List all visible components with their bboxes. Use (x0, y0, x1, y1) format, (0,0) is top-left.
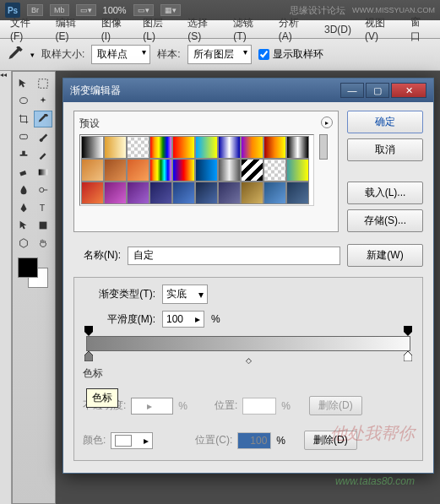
preset-swatch[interactable] (218, 136, 241, 159)
menu-window[interactable]: 窗口 (404, 14, 437, 46)
preset-swatch[interactable] (263, 182, 286, 204)
tool-panel: T (12, 71, 56, 504)
color-swatch-button[interactable]: ▸ (111, 432, 153, 449)
preset-swatch[interactable] (172, 159, 195, 182)
preset-swatch[interactable] (218, 159, 241, 182)
position1-input (242, 398, 276, 415)
3d-tool[interactable] (14, 235, 33, 252)
preset-swatch[interactable] (195, 136, 218, 159)
preset-swatch[interactable] (241, 159, 263, 182)
menu-layer[interactable]: 图层(L) (136, 14, 181, 44)
maximize-button[interactable]: ▢ (366, 83, 389, 98)
color-swatches[interactable] (14, 257, 53, 291)
preset-swatch[interactable] (81, 136, 104, 159)
gradient-editor-dialog: 渐变编辑器 — ▢ ✕ 预设 ▸ 确定 取消 (62, 78, 434, 474)
delete2-button[interactable]: 删除(D) (304, 431, 357, 450)
save-button[interactable]: 存储(S)... (347, 209, 423, 232)
chevron-down-icon[interactable]: ▾ (30, 51, 35, 59)
heal-tool[interactable] (14, 128, 33, 145)
menu-image[interactable]: 图像(I) (95, 14, 137, 44)
wand-tool[interactable] (34, 93, 52, 110)
preset-swatch[interactable] (104, 182, 127, 204)
preset-swatch[interactable] (104, 159, 127, 182)
preset-swatch[interactable] (286, 136, 309, 159)
show-ring-input[interactable] (258, 49, 269, 60)
menu-view[interactable]: 视图(V) (358, 14, 404, 44)
stamp-tool[interactable] (14, 146, 33, 163)
menu-analysis[interactable]: 分析(A) (272, 14, 318, 44)
name-input[interactable] (128, 247, 340, 265)
opacity-stop-left[interactable] (84, 326, 93, 336)
minimize-button[interactable]: — (340, 83, 364, 98)
shape-tool[interactable] (34, 217, 52, 234)
color-stop-left[interactable] (84, 351, 93, 361)
type-label: 渐变类型(T): (83, 287, 155, 301)
menu-filter[interactable]: 滤镜(T) (226, 14, 272, 44)
dodge-tool[interactable] (34, 182, 52, 198)
path-select-tool[interactable] (14, 217, 33, 234)
preset-swatch[interactable] (81, 182, 104, 204)
load-button[interactable]: 载入(L)... (347, 182, 423, 204)
menu-3d[interactable]: 3D(D) (318, 22, 358, 37)
preset-swatch[interactable] (149, 182, 172, 204)
preset-swatch[interactable] (127, 159, 149, 182)
sample-label: 样本: (157, 47, 180, 62)
ok-button[interactable]: 确定 (347, 111, 423, 133)
pen-tool[interactable] (14, 199, 33, 216)
preset-swatch[interactable] (172, 182, 195, 204)
preset-swatch[interactable] (149, 159, 172, 182)
preset-swatch[interactable] (241, 182, 263, 204)
preset-swatch[interactable] (149, 136, 172, 159)
chevron-down-icon: ▾ (198, 289, 204, 301)
gradient-tool[interactable] (34, 164, 52, 181)
preset-swatch[interactable] (81, 159, 104, 182)
type-select[interactable]: 实底 ▾ (162, 285, 208, 304)
preset-swatch[interactable] (172, 136, 195, 159)
new-button[interactable]: 新建(W) (347, 244, 423, 267)
smooth-value: 100 (166, 313, 183, 325)
preset-swatch[interactable] (263, 136, 286, 159)
type-tool[interactable]: T (34, 199, 52, 216)
show-ring-checkbox[interactable]: 显示取样环 (258, 47, 323, 62)
sample-size-select[interactable]: 取样点 (91, 45, 150, 64)
blur-tool[interactable] (14, 182, 33, 198)
gradient-ramp-editor[interactable]: ◇ (83, 336, 414, 351)
eraser-tool[interactable] (14, 164, 33, 181)
menu-select[interactable]: 选择(S) (181, 14, 226, 44)
preset-swatch[interactable] (286, 159, 309, 182)
preset-swatch[interactable] (104, 136, 127, 159)
sample-select[interactable]: 所有图层 (187, 45, 252, 64)
gradient-bar[interactable] (86, 336, 410, 351)
preset-swatch[interactable] (218, 182, 241, 204)
eyedropper-tool[interactable] (34, 111, 52, 127)
hand-tool[interactable] (34, 235, 52, 252)
crop-tool[interactable] (14, 111, 33, 127)
menu-file[interactable]: 文件(F) (3, 14, 49, 44)
move-tool[interactable] (14, 75, 33, 92)
preset-scrollbar[interactable] (319, 134, 328, 160)
preset-swatch[interactable] (241, 136, 263, 159)
preset-swatch[interactable] (195, 159, 218, 182)
preset-swatch[interactable] (127, 136, 149, 159)
close-button[interactable]: ✕ (391, 83, 426, 98)
cancel-button[interactable]: 取消 (347, 138, 423, 161)
midpoint-marker[interactable]: ◇ (246, 356, 252, 365)
lasso-tool[interactable] (14, 93, 33, 110)
brush-tool[interactable] (34, 128, 52, 145)
position1-label: 位置: (215, 398, 237, 413)
history-brush-tool[interactable] (34, 146, 52, 163)
marquee-tool[interactable] (34, 75, 52, 92)
preset-swatch[interactable] (286, 182, 309, 204)
menu-edit[interactable]: 编辑(E) (49, 14, 95, 44)
opacity-stop-right[interactable] (404, 326, 412, 336)
fg-color-swatch[interactable] (18, 257, 38, 278)
preset-swatch[interactable] (195, 182, 218, 204)
preset-swatch[interactable] (263, 159, 286, 182)
smooth-input[interactable]: 100 ▸ (162, 311, 204, 328)
position2-input[interactable] (237, 432, 271, 449)
smooth-label: 平滑度(M): (83, 312, 155, 327)
preset-flyout-button[interactable]: ▸ (321, 117, 333, 128)
preset-swatch[interactable] (127, 182, 149, 204)
dialog-titlebar[interactable]: 渐变编辑器 — ▢ ✕ (63, 79, 433, 102)
color-stop-right[interactable] (404, 351, 412, 361)
